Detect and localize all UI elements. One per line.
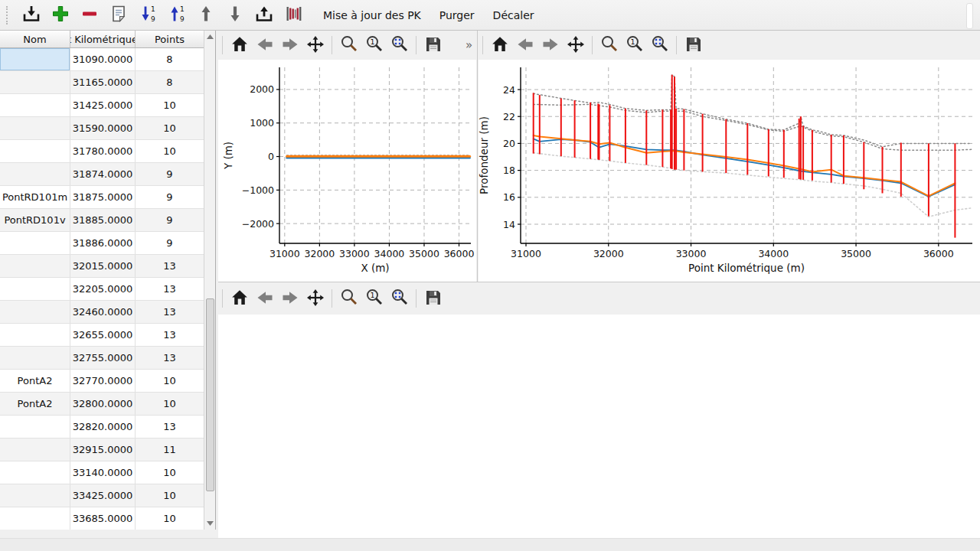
nom-cell[interactable]: [0, 507, 70, 530]
pk-cell[interactable]: 32015.0000: [70, 255, 136, 277]
back-button[interactable]: [253, 287, 276, 310]
nom-cell[interactable]: [0, 301, 70, 323]
scrollbar-thumb[interactable]: [206, 298, 214, 491]
pk-cell[interactable]: 32820.0000: [70, 416, 136, 438]
points-cell[interactable]: 11: [136, 439, 204, 461]
points-cell[interactable]: 10: [136, 370, 204, 392]
xy-plot[interactable]: 310003200033000340003500036000−2000−1000…: [218, 60, 476, 282]
pk-cell[interactable]: 31875.0000: [70, 186, 136, 208]
action-maj-pk-button[interactable]: Mise à jour des PK: [315, 5, 429, 26]
action-purger-button[interactable]: Purger: [432, 5, 482, 26]
nom-cell[interactable]: PontRD101v: [0, 209, 70, 231]
points-cell[interactable]: 13: [136, 347, 204, 369]
zoom-button[interactable]: [337, 287, 361, 310]
save-button[interactable]: [421, 287, 445, 310]
forward-button[interactable]: [278, 34, 302, 57]
zoom-fit-button[interactable]: [648, 34, 671, 57]
pk-cell[interactable]: 32915.0000: [70, 439, 136, 461]
export-button[interactable]: [250, 2, 278, 28]
move-down-button[interactable]: [221, 2, 249, 28]
nom-cell[interactable]: PontA2: [0, 393, 70, 415]
points-cell[interactable]: 10: [136, 117, 204, 139]
nom-cell[interactable]: [0, 278, 70, 300]
pan-button[interactable]: [303, 287, 327, 310]
nom-cell[interactable]: [0, 347, 70, 369]
nom-cell[interactable]: PontRD101m: [0, 186, 70, 208]
nom-cell[interactable]: [0, 416, 70, 438]
pk-cell[interactable]: 32205.0000: [70, 278, 136, 300]
pk-cell[interactable]: 33140.0000: [70, 461, 136, 484]
pk-cell[interactable]: 31885.0000: [70, 209, 136, 231]
profile-plot-canvas[interactable]: 3100032000330003400035000360001416182022…: [479, 60, 980, 282]
add-row-button[interactable]: [47, 2, 74, 28]
back-button[interactable]: [253, 34, 276, 57]
column-header-pk[interactable]: t Kilométrique: [70, 31, 136, 47]
sort-ascending-button[interactable]: 19: [163, 2, 191, 28]
toolbar-overflow-handle[interactable]: [966, 3, 973, 29]
points-cell[interactable]: 10: [136, 484, 204, 507]
pk-cell[interactable]: 31590.0000: [70, 117, 136, 139]
zoom-fit-button[interactable]: [387, 34, 411, 57]
pk-cell[interactable]: 31165.0000: [70, 71, 136, 93]
nom-cell[interactable]: [0, 48, 70, 70]
nom-cell[interactable]: [0, 94, 70, 116]
points-cell[interactable]: 10: [136, 507, 204, 530]
points-cell[interactable]: 9: [136, 232, 204, 254]
pk-cell[interactable]: 31886.0000: [70, 232, 136, 254]
points-cell[interactable]: 10: [136, 393, 204, 415]
pk-cell[interactable]: 31780.0000: [70, 140, 136, 162]
zoom-button[interactable]: [337, 34, 361, 57]
action-decaler-button[interactable]: Décaler: [485, 5, 542, 26]
empty-plot-canvas[interactable]: [218, 315, 980, 538]
nom-cell[interactable]: [0, 461, 70, 484]
nom-cell[interactable]: [0, 439, 70, 461]
pk-cell[interactable]: 32770.0000: [70, 370, 136, 392]
column-header-points[interactable]: Points: [136, 31, 204, 47]
nom-cell[interactable]: [0, 232, 70, 254]
points-cell[interactable]: 13: [136, 301, 204, 323]
save-button[interactable]: [421, 34, 445, 57]
remove-row-button[interactable]: [76, 2, 103, 28]
points-cell[interactable]: 9: [136, 209, 204, 231]
toolbar-overflow-chevron[interactable]: »: [466, 38, 472, 52]
home-button[interactable]: [488, 34, 511, 57]
zoom-one-button[interactable]: 1: [362, 34, 386, 57]
profile-plot[interactable]: 3100032000330003400035000360001416182022…: [479, 60, 980, 282]
nom-cell[interactable]: [0, 140, 70, 162]
points-cell[interactable]: 10: [136, 140, 204, 162]
nom-cell[interactable]: [0, 163, 70, 185]
import-button[interactable]: [18, 2, 45, 28]
forward-button[interactable]: [538, 34, 562, 57]
nom-cell[interactable]: [0, 255, 70, 277]
pk-cell[interactable]: 33685.0000: [70, 507, 136, 530]
pk-cell[interactable]: 31874.0000: [70, 163, 136, 185]
points-cell[interactable]: 8: [136, 48, 204, 70]
back-button[interactable]: [513, 34, 537, 57]
zoom-one-button[interactable]: 1: [622, 34, 646, 57]
pk-cell[interactable]: 32460.0000: [70, 301, 136, 323]
nom-cell[interactable]: [0, 324, 70, 346]
zoom-fit-button[interactable]: [387, 287, 411, 310]
points-cell[interactable]: 8: [136, 71, 204, 93]
scroll-up-icon[interactable]: [204, 31, 215, 43]
points-cell[interactable]: 13: [136, 324, 204, 346]
notes-button[interactable]: [105, 2, 132, 28]
pk-cell[interactable]: 31090.0000: [70, 48, 136, 70]
points-cell[interactable]: 10: [136, 461, 204, 484]
zoom-one-button[interactable]: 1: [362, 287, 386, 310]
pan-button[interactable]: [564, 34, 587, 57]
pk-cell[interactable]: 32655.0000: [70, 324, 136, 346]
points-cell[interactable]: 13: [136, 278, 204, 300]
nom-cell[interactable]: [0, 484, 70, 507]
points-cell[interactable]: 13: [136, 416, 204, 438]
save-button[interactable]: [681, 34, 705, 57]
points-cell[interactable]: 9: [136, 186, 204, 208]
xy-plot-canvas[interactable]: 310003200033000340003500036000−2000−1000…: [218, 60, 476, 282]
points-cell[interactable]: 13: [136, 255, 204, 277]
scroll-down-icon[interactable]: [204, 517, 215, 530]
points-cell[interactable]: 9: [136, 163, 204, 185]
forward-button[interactable]: [278, 287, 302, 310]
pan-button[interactable]: [303, 34, 327, 57]
table-scrollbar[interactable]: [204, 31, 215, 530]
nom-cell[interactable]: [0, 71, 70, 93]
